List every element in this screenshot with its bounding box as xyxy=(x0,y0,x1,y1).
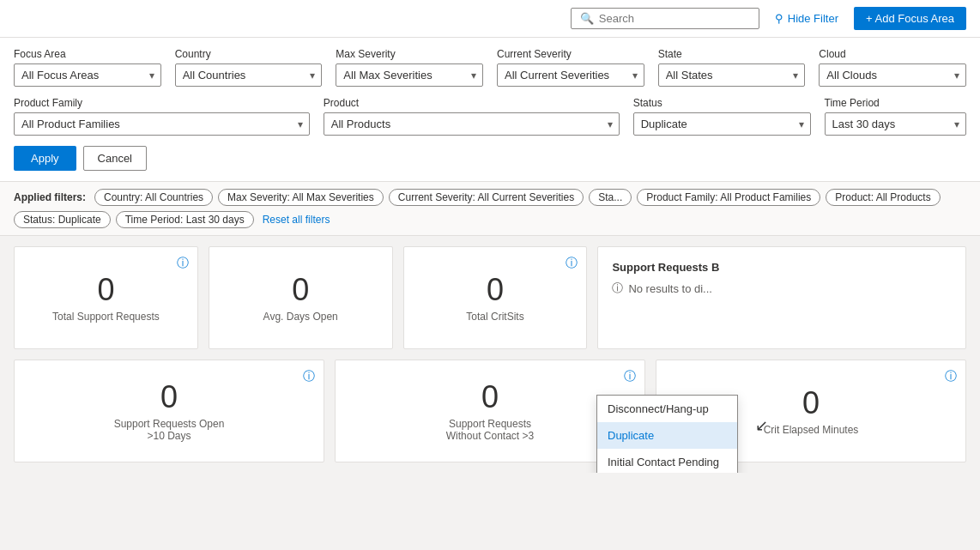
filter-row-1: Focus Area All Focus Areas Country All C… xyxy=(14,48,966,87)
applied-filters-bar: Applied filters: Country: All Countries … xyxy=(0,182,980,236)
cloud-select-wrapper: All Clouds xyxy=(819,63,966,87)
total-critsits-card: ⓘ 0 Total CritSits xyxy=(403,246,588,349)
country-label: Country xyxy=(175,48,323,60)
product-select[interactable]: All Products xyxy=(324,112,620,136)
info-icon-1[interactable]: ⓘ xyxy=(177,256,189,271)
search-icon: 🔍 xyxy=(580,12,594,25)
filter-tag-product[interactable]: Product: All Products xyxy=(826,189,940,206)
avg-days-open-label: Avg. Days Open xyxy=(263,311,338,323)
status-select-wrapper: Disconnect/Hang-upDuplicateInitial Conta… xyxy=(633,112,811,136)
filter-tag-current-severity[interactable]: Current Severity: All Current Severities xyxy=(389,189,584,206)
total-support-requests-card: ⓘ 0 Total Support Requests xyxy=(14,246,198,349)
state-select-wrapper: All States xyxy=(658,63,806,87)
focus-area-select[interactable]: All Focus Areas xyxy=(14,63,161,87)
state-select[interactable]: All States xyxy=(658,63,806,87)
apply-button[interactable]: Apply xyxy=(14,146,76,171)
filter-tag-time-period[interactable]: Time Period: Last 30 days xyxy=(116,211,254,228)
hide-filter-button[interactable]: ⚲ Hide Filter xyxy=(766,7,847,30)
dropdown-item-initial-contact[interactable]: Initial Contact Pending xyxy=(597,449,737,473)
country-filter: Country All Countries xyxy=(175,48,323,87)
support-requests-open-card: ⓘ 0 Support Requests Open>10 Days xyxy=(14,360,324,462)
main-content: ⓘ 0 Total Support Requests 0 Avg. Days O… xyxy=(0,236,980,473)
bottom-cards-section: ⓘ 0 Support Requests Open>10 Days ⓘ 0 Su… xyxy=(14,360,966,462)
time-period-select-wrapper: Last 30 days xyxy=(825,112,967,136)
info-icon-3[interactable]: ⓘ xyxy=(566,256,578,271)
max-severity-label: Max Severity xyxy=(336,48,483,60)
filter-section: Focus Area All Focus Areas Country All C… xyxy=(0,38,980,182)
current-severity-filter: Current Severity All Current Severities xyxy=(497,48,644,87)
info-icon-panel: ⓘ xyxy=(612,281,623,296)
cloud-select[interactable]: All Clouds xyxy=(819,63,966,87)
dropdown-item-duplicate[interactable]: Duplicate xyxy=(597,422,737,449)
reset-all-filters-link[interactable]: Reset all filters xyxy=(263,214,330,226)
dropdown-item-disconnect[interactable]: Disconnect/Hang-up xyxy=(597,396,737,422)
current-severity-select-wrapper: All Current Severities xyxy=(497,63,644,87)
focus-area-select-wrapper: All Focus Areas xyxy=(14,63,161,87)
avg-days-open-value: 0 xyxy=(292,273,309,307)
max-severity-select-wrapper: All Max Severities xyxy=(336,63,483,87)
add-focus-area-button[interactable]: + Add Focus Area xyxy=(854,7,966,30)
cloud-filter: Cloud All Clouds xyxy=(819,48,966,87)
state-filter: State All States xyxy=(658,48,806,87)
country-select[interactable]: All Countries xyxy=(175,63,323,87)
support-requests-panel: Support Requests B ⓘ No results to di... xyxy=(597,246,966,349)
time-period-select[interactable]: Last 30 days xyxy=(825,112,967,136)
current-severity-select[interactable]: All Current Severities xyxy=(497,63,644,87)
cloud-label: Cloud xyxy=(819,48,966,60)
focus-area-filter: Focus Area All Focus Areas xyxy=(14,48,161,87)
filter-tag-max-severity[interactable]: Max Severity: All Max Severities xyxy=(218,189,384,206)
top-cards-section: ⓘ 0 Total Support Requests 0 Avg. Days O… xyxy=(14,246,966,349)
status-dropdown-menu[interactable]: Disconnect/Hang-up Duplicate Initial Con… xyxy=(596,395,738,473)
max-severity-select[interactable]: All Max Severities xyxy=(336,63,483,87)
filter-tag-state[interactable]: Sta... xyxy=(589,189,632,206)
filter-icon: ⚲ xyxy=(775,12,783,25)
support-requests-open-label: Support Requests Open>10 Days xyxy=(114,418,225,442)
status-filter: Status Disconnect/Hang-upDuplicateInitia… xyxy=(633,97,811,136)
product-family-select-wrapper: All Product Families xyxy=(14,112,310,136)
filter-row-2: Product Family All Product Families Prod… xyxy=(14,97,966,136)
total-critsits-value: 0 xyxy=(487,273,504,307)
no-results-message: ⓘ No results to di... xyxy=(612,281,952,296)
crit-elapsed-minutes-value: 0 xyxy=(802,386,820,420)
product-select-wrapper: All Products xyxy=(324,112,620,136)
total-critsits-label: Total CritSits xyxy=(466,311,523,323)
max-severity-filter: Max Severity All Max Severities xyxy=(336,48,483,87)
product-family-label: Product Family xyxy=(14,97,310,109)
state-label: State xyxy=(658,48,806,60)
country-select-wrapper: All Countries xyxy=(175,63,323,87)
action-row: Apply Cancel xyxy=(14,146,966,171)
filter-tag-status[interactable]: Status: Duplicate xyxy=(14,211,111,228)
time-period-label: Time Period xyxy=(825,97,967,109)
applied-filters-label: Applied filters: xyxy=(14,191,86,203)
support-requests-without-contact-value: 0 xyxy=(481,380,499,414)
product-family-select[interactable]: All Product Families xyxy=(14,112,310,136)
search-box[interactable]: 🔍 xyxy=(571,8,759,29)
product-filter: Product All Products xyxy=(324,97,620,136)
support-requests-open-value: 0 xyxy=(160,380,178,414)
info-icon-5[interactable]: ⓘ xyxy=(624,369,636,384)
info-icon-6[interactable]: ⓘ xyxy=(945,369,957,384)
product-label: Product xyxy=(324,97,620,109)
status-label: Status xyxy=(633,97,811,109)
crit-elapsed-minutes-label: Crit Elapsed Minutes xyxy=(764,424,859,436)
filter-tag-product-family[interactable]: Product Family: All Product Families xyxy=(637,189,820,206)
info-icon-4[interactable]: ⓘ xyxy=(303,369,315,384)
time-period-filter: Time Period Last 30 days xyxy=(825,97,967,136)
support-requests-without-contact-label: Support RequestsWithout Contact >3 xyxy=(446,418,534,442)
top-bar: 🔍 ⚲ Hide Filter + Add Focus Area xyxy=(0,0,980,38)
avg-days-open-card: 0 Avg. Days Open xyxy=(209,246,393,349)
total-support-requests-value: 0 xyxy=(97,273,114,307)
total-support-requests-label: Total Support Requests xyxy=(52,311,160,323)
current-severity-label: Current Severity xyxy=(497,48,644,60)
search-input[interactable] xyxy=(599,12,750,25)
product-family-filter: Product Family All Product Families xyxy=(14,97,310,136)
support-requests-panel-title: Support Requests B xyxy=(612,261,952,274)
status-select[interactable]: Disconnect/Hang-upDuplicateInitial Conta… xyxy=(633,112,811,136)
focus-area-label: Focus Area xyxy=(14,48,161,60)
filter-tag-country[interactable]: Country: All Countries xyxy=(94,189,213,206)
cancel-button[interactable]: Cancel xyxy=(83,146,147,171)
